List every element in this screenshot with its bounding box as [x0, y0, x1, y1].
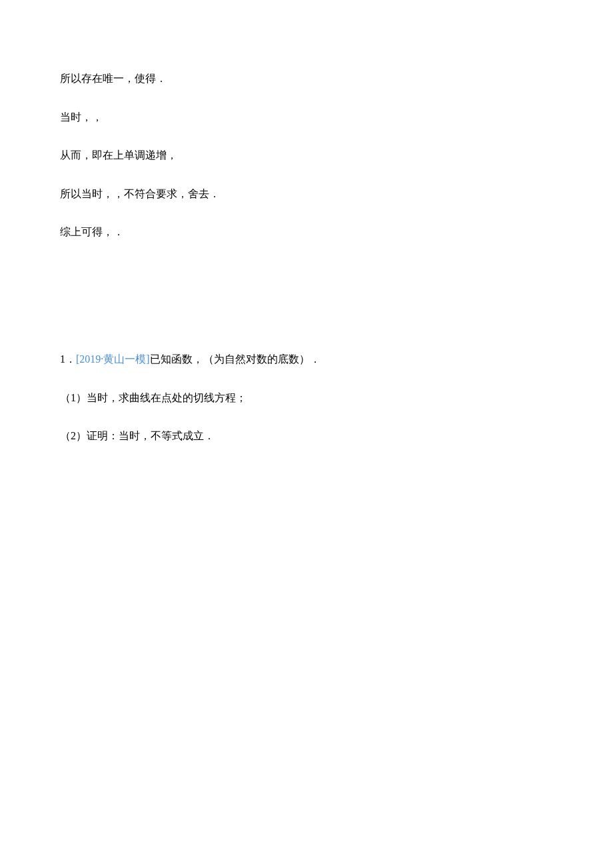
paragraph-1: 所以存在唯一，使得．: [60, 70, 553, 87]
para-text: 所以存在唯一，使得．: [60, 73, 167, 84]
sub-text: （2）证明：当时，不等式成立．: [60, 430, 215, 441]
problem-text: 已知函数，（为自然对数的底数）．: [150, 353, 320, 365]
para-text: 所以当时，，不符合要求，舍去．: [60, 188, 220, 199]
paragraph-3: 从而，即在上单调递增，: [60, 147, 553, 164]
problem-sub-2: （2）证明：当时，不等式成立．: [60, 427, 553, 445]
paragraph-2: 当时，，: [60, 109, 553, 126]
para-text: 综上可得，．: [60, 226, 124, 237]
problem-header: 1．[2019·黄山一模]已知函数，（为自然对数的底数）．: [60, 351, 553, 368]
para-text: 从而，即在上单调递增，: [60, 149, 177, 161]
paragraph-4: 所以当时，，不符合要求，舍去．: [60, 185, 553, 203]
problem-sub-1: （1）当时，求曲线在点处的切线方程；: [60, 389, 553, 407]
problem-citation: [2019·黄山一模]: [76, 353, 150, 365]
para-text: 当时，，: [60, 111, 103, 123]
problem-block: 1．[2019·黄山一模]已知函数，（为自然对数的底数）． （1）当时，求曲线在…: [60, 351, 553, 445]
sub-text: （1）当时，求曲线在点处的切线方程；: [60, 392, 247, 403]
paragraph-5: 综上可得，．: [60, 223, 553, 241]
problem-number: 1．: [60, 353, 76, 365]
